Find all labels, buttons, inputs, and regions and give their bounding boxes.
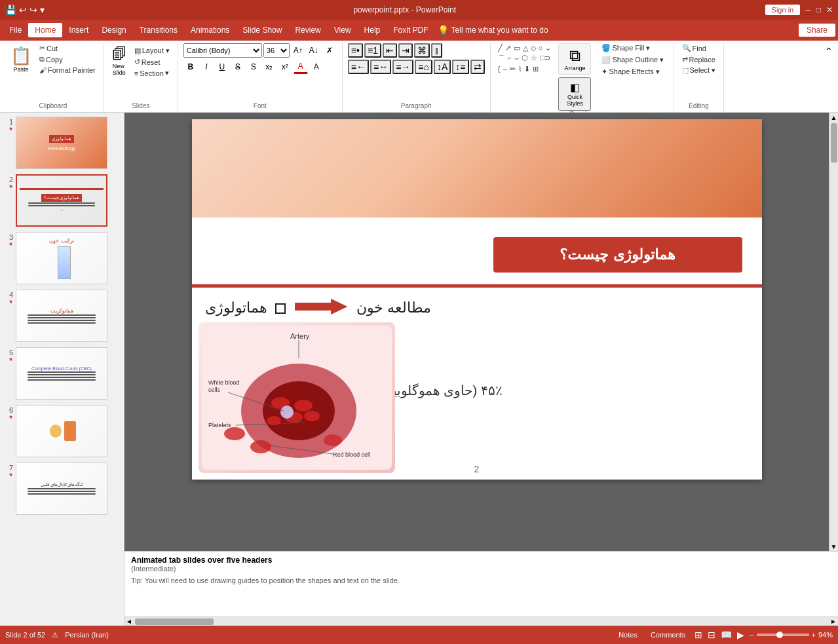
ribbon-collapse-button[interactable]: ⌃ (825, 46, 833, 56)
bullet-list-button[interactable]: ≡• (348, 43, 363, 58)
shape-star[interactable]: ☆ (530, 53, 538, 64)
shape-bracket[interactable]: ⌐ (507, 53, 512, 64)
italic-button[interactable]: I (199, 60, 214, 74)
shape-oval[interactable]: ○ (538, 43, 544, 53)
view-slide-sorter-icon[interactable]: ⊟ (708, 630, 715, 640)
zoom-in-icon[interactable]: + (812, 631, 816, 639)
view-reading-icon[interactable]: 📖 (721, 630, 732, 640)
slide-thumbnail-2[interactable]: هماتولوژی چیست؟ ← (16, 174, 107, 227)
shape-curve[interactable]: ⌣ (514, 53, 520, 64)
fontcolor-highlight-button[interactable]: A (309, 60, 324, 74)
menu-review[interactable]: Review (288, 23, 327, 37)
justify-button[interactable]: ≡⌂ (415, 60, 432, 74)
menu-transitions[interactable]: Transitions (133, 23, 184, 37)
slide-thumb-4[interactable]: 4 ★ هماتوکریت (3, 288, 121, 343)
menu-insert[interactable]: Insert (62, 23, 95, 37)
align-right-button[interactable]: ≡→ (392, 60, 413, 74)
quick-access-toolbar[interactable]: 💾 ↩ ↪ ▾ (5, 5, 45, 15)
cut-button[interactable]: ✂ Cut (37, 43, 98, 53)
shape-expand[interactable]: ⊞ (532, 64, 539, 74)
share-button[interactable]: Share (799, 24, 835, 37)
shape-freeform[interactable]: ✏ (509, 64, 516, 74)
select-button[interactable]: ⬚ Select ▾ (679, 66, 719, 75)
signin-button[interactable]: Sign in (765, 5, 801, 15)
shape-eq[interactable]: ⌒ (497, 53, 506, 64)
format-painter-button[interactable]: 🖌 Format Painter (37, 66, 98, 75)
font-size-increase-button[interactable]: A↑ (291, 43, 305, 58)
smartart-button[interactable]: ⌘ (414, 43, 430, 58)
slide-thumbnail-7[interactable]: لنگه‌های کانال‌های قلبی (16, 463, 107, 515)
canvas-scrollbar-horizontal[interactable]: ◄ ► (124, 616, 838, 626)
slide-thumb-1[interactable]: 1 ★ هماتولوژی Hematology (3, 115, 121, 170)
shape-diamond[interactable]: ◇ (530, 43, 537, 53)
scroll-up-button[interactable]: ▲ (831, 113, 837, 122)
layout-button[interactable]: ▤ Layout ▾ (132, 46, 172, 56)
menu-help[interactable]: Help (358, 23, 387, 37)
menu-view[interactable]: View (328, 23, 358, 37)
shape-effects-button[interactable]: ✦ Shape Effects ▾ (599, 67, 666, 77)
font-size-decrease-button[interactable]: A↓ (307, 43, 321, 58)
slide-canvas[interactable]: هماتولوژی چیست؟ مطالعه خون (192, 119, 762, 480)
menu-design[interactable]: Design (95, 23, 132, 37)
clear-format-button[interactable]: ✗ (322, 43, 337, 58)
shape-line[interactable]: ╱ (497, 43, 503, 53)
font-size-select[interactable]: 36 (263, 43, 290, 58)
text-dir-button[interactable]: ↕A (434, 60, 451, 74)
shape-hex[interactable]: ⬡ (521, 53, 529, 64)
text-direction-button[interactable]: ⇄ (470, 60, 485, 74)
save-icon[interactable]: 💾 (5, 5, 16, 15)
new-slide-button[interactable]: 🗐 NewSlide (109, 43, 129, 79)
minimize-icon[interactable]: ─ (805, 5, 811, 14)
shape-bracket2[interactable]: { (497, 64, 501, 74)
shape-more[interactable]: ⌄ (544, 43, 552, 53)
shape-arc[interactable]: ⌢ (502, 64, 508, 74)
menu-home[interactable]: Home (28, 23, 62, 37)
slide-thumbnail-5[interactable]: Complete Blood Count (CBC) (16, 347, 107, 400)
slide-thumbnail-3[interactable]: ترکیب خون (16, 232, 107, 284)
maximize-icon[interactable]: □ (816, 5, 821, 14)
menu-foxit[interactable]: Foxit PDF (387, 23, 434, 37)
canvas-scrollbar-vertical[interactable]: ▲ ▼ (829, 113, 838, 551)
strikethrough-button[interactable]: S (231, 60, 245, 74)
scroll-left-button[interactable]: ◄ (124, 618, 134, 625)
bold-button[interactable]: B (183, 60, 198, 74)
shape-arrow[interactable]: ↗ (505, 43, 512, 53)
tell-me-text[interactable]: Tell me what you want to do (451, 26, 548, 35)
slide-thumb-3[interactable]: 3 ★ ترکیب خون (3, 231, 121, 286)
slide-thumbnail-4[interactable]: هماتوکریت (16, 290, 107, 342)
zoom-slider[interactable] (757, 634, 809, 636)
slide-thumb-5[interactable]: 5 ★ Complete Blood Count (CBC) (3, 346, 121, 401)
slide-thumb-7[interactable]: 7 ★ لنگه‌های کانال‌های قلبی (3, 461, 121, 516)
find-button[interactable]: 🔍 Find (679, 43, 719, 53)
menu-animations[interactable]: Animations (184, 23, 236, 37)
view-normal-icon[interactable]: ⊞ (695, 630, 702, 640)
copy-button[interactable]: ⧉ Copy (37, 54, 98, 64)
redo-icon[interactable]: ↪ (29, 5, 37, 15)
superscript-button[interactable]: x² (278, 60, 292, 74)
columns-button[interactable]: ⫿ (431, 43, 442, 58)
zoom-level[interactable]: 94% (818, 631, 833, 639)
menu-file[interactable]: File (3, 23, 28, 37)
close-icon[interactable]: ✕ (826, 5, 833, 14)
subscript-button[interactable]: x₂ (262, 60, 276, 74)
fontcolor-button[interactable]: A (294, 60, 308, 74)
scroll-right-button[interactable]: ► (829, 618, 838, 625)
increase-indent-button[interactable]: ⇥ (398, 43, 413, 58)
scroll-thumb-h[interactable] (135, 618, 214, 625)
decrease-indent-button[interactable]: ⇤ (383, 43, 397, 58)
arrange-button[interactable]: ⧉ Arrange (558, 43, 591, 75)
slide-title[interactable]: هماتولوژی چیست؟ (493, 237, 742, 273)
view-slideshow-icon[interactable]: ▶ (737, 630, 744, 640)
slide-thumbnail-6[interactable] (16, 405, 107, 457)
scroll-down-button[interactable]: ▼ (831, 542, 837, 551)
reset-button[interactable]: ↺ Reset (132, 57, 172, 67)
shape-outline-button[interactable]: ⬜ Shape Outline ▾ (599, 55, 666, 65)
align-left-button[interactable]: ≡← (348, 60, 369, 74)
shape-fill-button[interactable]: 🪣 Shape Fill ▾ (599, 43, 666, 53)
shape-triangle[interactable]: △ (522, 43, 529, 53)
shadow-button[interactable]: S (246, 60, 261, 74)
shape-down-arrow[interactable]: ⬇ (524, 64, 531, 74)
notes-status-button[interactable]: Notes (615, 630, 641, 640)
replace-button[interactable]: ⇌ Replace (679, 54, 719, 64)
customize-icon[interactable]: ▾ (40, 5, 45, 15)
